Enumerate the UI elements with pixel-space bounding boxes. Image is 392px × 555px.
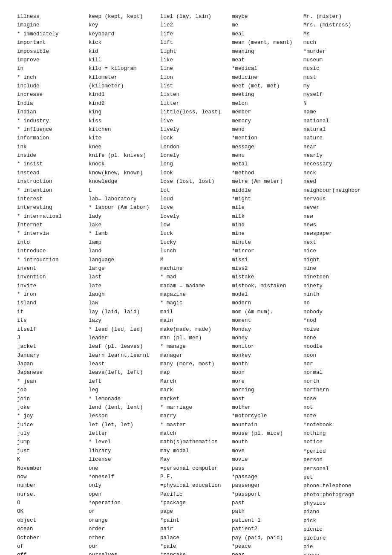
word-item: kiss bbox=[89, 117, 160, 125]
word-item: * level bbox=[89, 438, 160, 446]
word-item: *passage bbox=[232, 473, 303, 481]
word-item: joke bbox=[17, 404, 89, 412]
word-item: into bbox=[17, 239, 89, 247]
word-item: *peace bbox=[232, 543, 303, 551]
word-item: nature bbox=[303, 134, 375, 142]
word-item: lift bbox=[160, 39, 232, 47]
word-item: Monday bbox=[232, 326, 303, 334]
word-item: lot bbox=[160, 187, 232, 195]
word-item: piano bbox=[303, 508, 375, 516]
word-item: India bbox=[17, 100, 89, 108]
word-item: next bbox=[303, 239, 375, 247]
word-item: piece bbox=[303, 552, 375, 555]
word-item: *package bbox=[160, 499, 232, 507]
word-item: * magic bbox=[160, 299, 232, 307]
word-item: mind bbox=[232, 221, 303, 229]
word-item: market bbox=[160, 395, 232, 403]
word-item: loud bbox=[160, 195, 232, 203]
word-item: pass bbox=[232, 465, 303, 473]
word-item: leader bbox=[89, 334, 160, 342]
word-item: look bbox=[160, 169, 232, 177]
word-item: natural bbox=[303, 126, 375, 134]
word-item: Japan bbox=[17, 360, 89, 368]
word-item: nobody bbox=[303, 308, 375, 316]
word-item: neck bbox=[303, 169, 375, 177]
word-item: need bbox=[303, 178, 375, 186]
word-item: October bbox=[17, 534, 89, 542]
word-item: * lamb bbox=[89, 230, 160, 238]
column-2: keep (kept, kept)keykeyboardkickkidkillk… bbox=[89, 13, 160, 555]
word-item: moon bbox=[232, 369, 303, 377]
word-item: introduce bbox=[17, 247, 89, 255]
word-item: more bbox=[232, 378, 303, 386]
word-item: little(less, least) bbox=[160, 108, 232, 116]
word-item: modern bbox=[232, 299, 303, 307]
word-item: kind2 bbox=[89, 100, 160, 108]
word-item: only bbox=[89, 482, 160, 490]
word-item: morning bbox=[232, 386, 303, 394]
word-item: number bbox=[17, 482, 89, 490]
word-item: message bbox=[232, 143, 303, 151]
word-item: laugh bbox=[89, 291, 160, 299]
word-item: *nod bbox=[303, 317, 375, 325]
word-item: ocean bbox=[17, 525, 89, 533]
word-item: instead bbox=[17, 169, 89, 177]
word-item: normal bbox=[303, 369, 375, 377]
word-item: Pacific bbox=[160, 491, 232, 499]
word-item: (kilometer) bbox=[89, 82, 160, 90]
word-item: * lead (led, led) bbox=[89, 326, 160, 334]
word-item: love bbox=[160, 204, 232, 212]
word-item: library bbox=[89, 447, 160, 455]
word-item: nice bbox=[303, 247, 375, 255]
column-3: lie1 (lay, lain)lie2lifeliftlightlikelin… bbox=[160, 13, 232, 555]
word-item: our bbox=[89, 543, 160, 551]
word-item: lend (lent, lent) bbox=[89, 404, 160, 412]
word-item: make(made, made) bbox=[160, 326, 232, 334]
word-item: *method bbox=[232, 169, 303, 177]
word-item: noon bbox=[303, 352, 375, 360]
word-item: long bbox=[160, 160, 232, 168]
word-item: key bbox=[89, 21, 160, 29]
word-item: lunch bbox=[160, 247, 232, 255]
word-item: kitchen bbox=[89, 126, 160, 134]
word-item: northern bbox=[303, 386, 375, 394]
word-item: palace bbox=[160, 534, 232, 542]
word-item: * mad bbox=[160, 273, 232, 281]
word-item: jacket bbox=[17, 343, 89, 351]
word-item: kilometer bbox=[89, 74, 160, 82]
word-item: last bbox=[89, 273, 160, 281]
word-item: ninety bbox=[303, 282, 375, 290]
word-item: moment bbox=[232, 317, 303, 325]
word-item: kind1 bbox=[89, 91, 160, 99]
word-item: invite bbox=[17, 282, 89, 290]
word-item: north bbox=[303, 378, 375, 386]
word-item: jump bbox=[17, 438, 89, 446]
word-item: OK bbox=[17, 508, 89, 516]
word-item: meet (met, met) bbox=[232, 82, 303, 90]
word-item: math(s)mathematics bbox=[160, 438, 232, 446]
word-item: lamp bbox=[89, 239, 160, 247]
word-item: news bbox=[303, 221, 375, 229]
word-item: passenger bbox=[232, 482, 303, 490]
word-item: inside bbox=[17, 152, 89, 160]
word-item: invent bbox=[17, 265, 89, 273]
word-item: important bbox=[17, 39, 89, 47]
word-item: * inch bbox=[17, 74, 89, 82]
word-item: member bbox=[232, 108, 303, 116]
word-item: * influence bbox=[17, 126, 89, 134]
column-1: illnessimagine* immediatelyimportantimpo… bbox=[17, 13, 89, 555]
word-item: lake bbox=[89, 221, 160, 229]
word-item: * industry bbox=[17, 117, 89, 125]
word-item: music bbox=[303, 65, 375, 73]
word-item: path bbox=[232, 508, 303, 516]
word-item: must bbox=[303, 74, 375, 82]
word-item: necessary bbox=[303, 160, 375, 168]
word-item: informaion bbox=[17, 134, 89, 142]
word-item: =physical education bbox=[160, 482, 232, 490]
word-item: meeting bbox=[232, 91, 303, 99]
word-item: map bbox=[160, 369, 232, 377]
word-item: mark bbox=[160, 386, 232, 394]
word-item: nurse. bbox=[17, 491, 89, 499]
word-item: * lemonade bbox=[89, 395, 160, 403]
word-item: *might bbox=[232, 195, 303, 203]
